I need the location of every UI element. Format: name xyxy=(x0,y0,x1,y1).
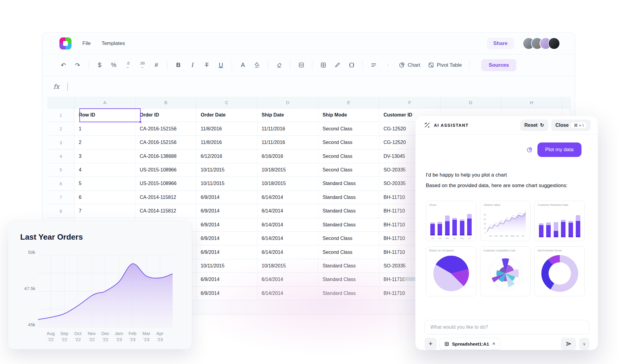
table-cell[interactable]: 10/18/2015 xyxy=(257,259,318,273)
percent-format-button[interactable]: % xyxy=(110,61,117,70)
row-number[interactable]: 6 xyxy=(47,177,75,190)
edit-cell-button[interactable] xyxy=(334,61,341,70)
table-cell[interactable]: 6/9/2014 xyxy=(196,191,257,204)
table-cell[interactable]: 7 xyxy=(75,204,135,218)
table-cell[interactable]: CA-2016-152156 xyxy=(135,122,196,136)
chart-suggestion-net-promoter-score[interactable]: Net Promoter Score xyxy=(534,246,585,296)
row-number[interactable]: 1 xyxy=(47,108,75,122)
table-cell[interactable]: 6/9/2014 xyxy=(196,218,257,232)
chart-suggestion-customer-retention-rate[interactable]: Customer Retention Rate xyxy=(534,201,585,241)
table-cell[interactable]: Standard Class xyxy=(318,218,379,232)
close-icon[interactable]: × xyxy=(492,341,495,347)
table-cell[interactable]: Second Class xyxy=(318,136,379,149)
table-cell[interactable]: 10/18/2015 xyxy=(257,163,318,177)
table-cell[interactable]: 10/11/2015 xyxy=(196,259,257,273)
table-cell[interactable]: CA-2016-138688 xyxy=(135,149,196,163)
sources-button[interactable]: Sources xyxy=(481,59,516,71)
undo-button[interactable]: ↶ xyxy=(60,61,67,70)
column-header-B[interactable]: B xyxy=(135,97,196,108)
column-header-D[interactable]: D xyxy=(257,97,318,108)
decrease-decimal-button[interactable]: .0← xyxy=(125,61,131,70)
table-cell[interactable]: 6 xyxy=(75,191,135,204)
table-cell[interactable]: Row ID xyxy=(75,108,135,122)
table-cell[interactable]: 10/18/2015 xyxy=(257,177,318,190)
formula-bar[interactable]: fx xyxy=(43,76,575,97)
table-cell[interactable]: 6/9/2014 xyxy=(196,204,257,218)
table-cell[interactable]: 6/14/2014 xyxy=(257,273,318,286)
table-cell[interactable]: CA-2016-152156 xyxy=(135,136,196,149)
corner-cell[interactable] xyxy=(47,97,75,108)
column-header-F[interactable]: F xyxy=(379,97,440,108)
table-cell[interactable]: Standard Class xyxy=(318,287,379,300)
table-cell[interactable]: Ship Date xyxy=(257,108,318,122)
table-cell[interactable]: 1 xyxy=(75,122,135,136)
row-number[interactable]: 7 xyxy=(47,191,75,204)
table-cell[interactable]: 6/14/2014 xyxy=(257,232,318,245)
table-cell[interactable]: CA-2014-115812 xyxy=(135,191,196,204)
table-cell[interactable]: 11/8/2016 xyxy=(196,136,257,149)
table-cell[interactable]: US-2015-108966 xyxy=(135,177,196,190)
number-format-button[interactable]: # xyxy=(153,61,160,70)
table-cell[interactable]: 3 xyxy=(75,149,135,163)
orders-chart-card[interactable]: Last Year Orders 50k47.5k45k Aug'22Sep'2… xyxy=(8,221,192,349)
column-header-C[interactable]: C xyxy=(196,97,257,108)
column-header-H[interactable]: H xyxy=(501,97,562,108)
redo-button[interactable]: ↷ xyxy=(74,61,81,70)
table-cell[interactable]: 5 xyxy=(75,177,135,190)
collaborator-avatars[interactable] xyxy=(523,37,560,49)
table-cell[interactable]: 6/14/2014 xyxy=(257,218,318,232)
table-cell[interactable]: 6/14/2014 xyxy=(257,287,318,300)
row-number[interactable]: 5 xyxy=(47,163,75,177)
insert-chart-button[interactable]: Chart xyxy=(399,62,420,68)
table-cell[interactable]: 6/12/2016 xyxy=(196,149,257,163)
avatar[interactable] xyxy=(548,37,560,49)
chart-suggestion-lifetime-value[interactable]: Lifetime Value403020100JanFebMarAprMayJu… xyxy=(480,201,530,241)
context-chip[interactable]: Spreadsheet1:A1 × xyxy=(440,338,500,350)
table-cell[interactable]: Second Class xyxy=(318,245,379,259)
assistant-input[interactable] xyxy=(425,320,589,334)
chart-suggestion-churn[interactable]: ChurnJanFebMarAprMayJun xyxy=(426,201,476,241)
table-cell[interactable]: US-2015-108966 xyxy=(135,163,196,177)
chart-suggestion-customer-acquisition-cost[interactable]: Customer Acquisition Cost xyxy=(480,246,530,296)
table-cell[interactable]: 11/8/2016 xyxy=(196,122,257,136)
table-cell[interactable]: 2 xyxy=(75,136,135,149)
share-button[interactable]: Share xyxy=(487,38,514,49)
menu-file[interactable]: File xyxy=(82,40,91,46)
merge-cells-button[interactable] xyxy=(298,61,304,70)
align-button[interactable] xyxy=(370,61,377,70)
table-cell[interactable]: Standard Class xyxy=(318,273,379,286)
column-header-E[interactable]: E xyxy=(318,97,379,108)
bold-button[interactable]: B xyxy=(175,61,182,70)
table-cell[interactable]: Standard Class xyxy=(318,204,379,218)
table-cell[interactable]: 6/14/2014 xyxy=(257,204,318,218)
column-header-G[interactable]: G xyxy=(440,97,501,108)
increase-decimal-button[interactable]: .00→ xyxy=(139,61,145,70)
table-cell[interactable]: Order ID xyxy=(135,108,196,122)
currency-format-button[interactable]: $ xyxy=(96,61,103,70)
table-cell[interactable]: 6/14/2014 xyxy=(257,191,318,204)
expand-button[interactable]: ∨ xyxy=(579,338,589,350)
row-number[interactable]: 8 xyxy=(47,204,75,218)
row-number[interactable]: 4 xyxy=(47,149,75,163)
column-header-A[interactable]: A xyxy=(75,97,135,108)
table-cell[interactable]: 11/11/2016 xyxy=(257,122,318,136)
row-number[interactable]: 2 xyxy=(47,122,75,136)
close-button[interactable]: Close ⌘ + \ xyxy=(551,120,591,131)
table-cell[interactable]: 6/9/2014 xyxy=(196,245,257,259)
table-cell[interactable]: 10/11/2015 xyxy=(196,177,257,190)
table-cell[interactable]: 6/9/2014 xyxy=(196,287,257,300)
reset-button[interactable]: Reset ↻ xyxy=(520,120,548,131)
chart-suggestion-return-on-ad-spend[interactable]: Return on Ad Spend xyxy=(426,246,476,296)
fill-color-button[interactable] xyxy=(254,61,260,70)
table-cell[interactable]: CA-2014-115812 xyxy=(135,204,196,218)
table-cell[interactable]: 10/11/2015 xyxy=(196,163,257,177)
table-cell[interactable]: 6/16/2016 xyxy=(257,149,318,163)
table-cell[interactable]: Standard Class xyxy=(318,191,379,204)
borders-button[interactable] xyxy=(320,61,327,70)
table-cell[interactable]: 6/9/2014 xyxy=(196,273,257,286)
table-cell[interactable]: Second Class xyxy=(318,149,379,163)
table-cell[interactable]: Second Class xyxy=(318,122,379,136)
underline-button[interactable]: U xyxy=(218,61,224,70)
strikethrough-button[interactable]: T xyxy=(203,61,210,70)
table-cell[interactable]: Standard Class xyxy=(318,259,379,273)
